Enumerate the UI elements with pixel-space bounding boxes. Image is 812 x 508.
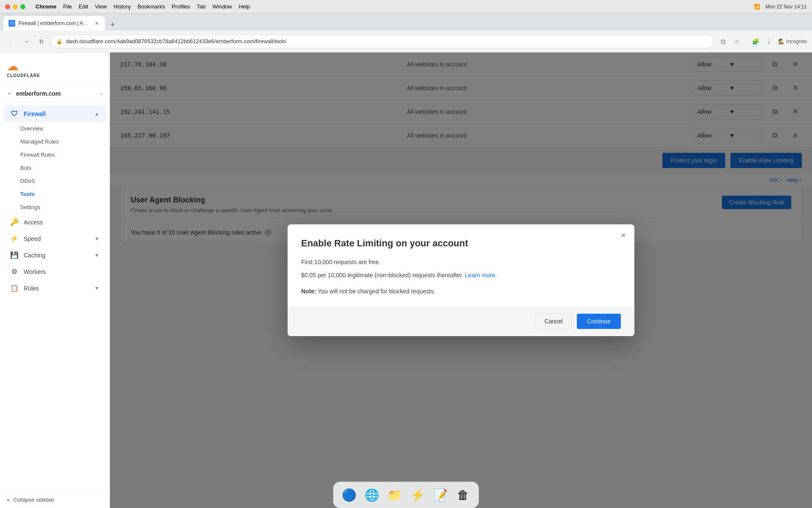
logo-icon: ☁ xyxy=(7,59,19,73)
lock-icon: 🔒 xyxy=(56,39,63,44)
modal-line2-text: $0.05 per 10,000 legitimate (non-blocked… xyxy=(301,272,464,279)
incognito-badge: 🕵️ Incognito xyxy=(778,39,807,44)
modal-footer: Cancel Continue xyxy=(288,306,634,336)
address-bar: ← → ↻ 🔒 dash.cloudflare.com/4ab9ad087653… xyxy=(0,30,812,52)
sidebar-item-workers[interactable]: ⚙ Workers xyxy=(3,263,106,280)
sidebar-item-overview[interactable]: Overview xyxy=(0,122,110,135)
menu-history[interactable]: History xyxy=(113,3,130,10)
firewall-rules-label: Firewall Rules xyxy=(20,152,55,158)
tab-close-button[interactable]: ✕ xyxy=(93,20,100,27)
back-arrow-icon: ← xyxy=(7,90,13,97)
dock-finder[interactable]: 🔵 xyxy=(339,485,359,505)
note-label: Note: xyxy=(301,288,316,295)
extensions-icon[interactable]: 🧩 xyxy=(749,36,761,47)
bookmark-icon[interactable]: ☆ xyxy=(731,36,743,47)
incognito-icon: 🕵️ xyxy=(778,39,785,44)
speed-expand-icon: ▼ xyxy=(94,236,99,242)
dock-trash[interactable]: 🗑 xyxy=(453,485,473,505)
browser-window: 🛡 Firewall | emberform.com | Acc... ✕ + … xyxy=(0,14,812,508)
dock-files[interactable]: 📁 xyxy=(384,485,405,505)
collapse-arrow-icon: « xyxy=(7,497,10,503)
sidebar-nav: 🛡 Firewall ▲ Overview Managed Rules Fire… xyxy=(0,102,110,300)
sidebar-item-firewall[interactable]: 🛡 Firewall ▲ xyxy=(3,106,106,122)
sidebar-item-tools[interactable]: Tools xyxy=(0,188,110,201)
sidebar-item-speed[interactable]: ⚡ Speed ▼ xyxy=(3,230,106,247)
modal-line2: $0.05 per 10,000 legitimate (non-blocked… xyxy=(301,271,621,280)
overview-label: Overview xyxy=(20,125,43,132)
modal-continue-button[interactable]: Continue xyxy=(577,314,621,329)
sidebar-item-rules[interactable]: 📋 Rules ▼ xyxy=(3,280,106,296)
dock-notes[interactable]: 📝 xyxy=(430,485,450,505)
menu-edit[interactable]: Edit xyxy=(79,3,88,10)
sidebar-site-selector[interactable]: ← emberform.com › xyxy=(0,85,110,102)
browser-actions: 🧩 ⋮ xyxy=(749,36,775,47)
sidebar-item-settings[interactable]: Settings xyxy=(0,201,110,214)
tab-favicon: 🛡 xyxy=(8,20,15,27)
modal-title: Enable Rate Limiting on your account xyxy=(301,238,621,249)
rules-icon: 📋 xyxy=(10,284,19,292)
incognito-label: Incognito xyxy=(786,39,807,44)
mac-dock: 🔵 🌐 📁 ⚡ 📝 🗑 xyxy=(333,482,479,508)
bots-label: Bots xyxy=(20,165,31,171)
content-area: 217.70.184.38 All websites in account Al… xyxy=(110,52,812,508)
site-name: emberform.com xyxy=(16,90,61,97)
main-area: ☁ CLOUDFLARE ← emberform.com › 🛡 Firewal… xyxy=(0,52,812,508)
modal-note: Note: You will not be charged for blocke… xyxy=(301,287,621,296)
url-bar[interactable]: 🔒 dash.cloudflare.com/4ab9ad0876532cb78a… xyxy=(51,35,714,48)
tab-bar: 🛡 Firewall | emberform.com | Acc... ✕ + xyxy=(0,14,812,30)
modal-overlay[interactable]: × Enable Rate Limiting on your account F… xyxy=(110,52,812,508)
workers-icon: ⚙ xyxy=(10,268,19,276)
speed-icon: ⚡ xyxy=(10,235,19,243)
sidebar-item-managed-rules[interactable]: Managed Rules xyxy=(0,135,110,148)
managed-rules-label: Managed Rules xyxy=(20,138,59,145)
forward-button[interactable]: → xyxy=(20,36,32,47)
enable-rate-limiting-modal: × Enable Rate Limiting on your account F… xyxy=(288,224,634,336)
workers-label: Workers xyxy=(24,268,99,275)
close-dot[interactable] xyxy=(5,4,10,9)
sidebar: ☁ CLOUDFLARE ← emberform.com › 🛡 Firewal… xyxy=(0,52,110,508)
maximize-dot[interactable] xyxy=(20,4,25,9)
learn-more-link[interactable]: Learn more xyxy=(465,272,496,279)
mac-window-controls[interactable] xyxy=(5,4,25,9)
mac-status-bar: 📶 Mon 22 Nov 14:11 xyxy=(754,4,807,10)
sidebar-item-bots[interactable]: Bots xyxy=(0,161,110,174)
wifi-icon: 📶 xyxy=(754,4,760,10)
new-tab-button[interactable]: + xyxy=(107,19,118,30)
firewall-label: Firewall xyxy=(24,110,89,117)
sidebar-item-firewall-rules[interactable]: Firewall Rules xyxy=(0,148,110,161)
collapse-sidebar-label: Collapse sidebar xyxy=(13,497,54,503)
active-tab[interactable]: 🛡 Firewall | emberform.com | Acc... ✕ xyxy=(3,16,105,30)
menu-profiles[interactable]: Profiles xyxy=(172,3,190,10)
speed-label: Speed xyxy=(24,235,89,242)
key-icon: 🔑 xyxy=(10,218,19,226)
sidebar-item-access[interactable]: 🔑 Access xyxy=(3,214,106,230)
sidebar-logo: ☁ CLOUDFLARE xyxy=(0,52,110,85)
menu-window[interactable]: Window xyxy=(212,3,232,10)
sidebar-item-caching[interactable]: 💾 Caching ▼ xyxy=(3,247,106,263)
menu-bookmarks[interactable]: Bookmarks xyxy=(137,3,165,10)
menu-tab[interactable]: Tab xyxy=(197,3,206,10)
reload-button[interactable]: ↻ xyxy=(36,36,47,47)
caching-label: Caching xyxy=(24,252,89,259)
menu-view[interactable]: View xyxy=(95,3,107,10)
note-text-content: You will not be charged for blocked requ… xyxy=(318,288,435,295)
settings-label: Settings xyxy=(20,204,40,210)
logo-text: CLOUDFLARE xyxy=(7,73,40,78)
app-name: Chrome xyxy=(36,3,56,10)
expand-icon: › xyxy=(101,90,103,97)
sidebar-item-ddos[interactable]: DDoS xyxy=(0,174,110,188)
collapse-sidebar-button[interactable]: « Collapse sidebar xyxy=(0,491,110,508)
address-actions: ⊡ ☆ xyxy=(717,36,743,47)
cast-icon[interactable]: ⊡ xyxy=(717,36,729,47)
url-text: dash.cloudflare.com/4ab9ad0876532cb78a84… xyxy=(66,38,286,44)
menu-help[interactable]: Help xyxy=(239,3,250,10)
modal-line1-text: First 10,000 requests are free. xyxy=(301,259,381,265)
dock-terminal[interactable]: ⚡ xyxy=(407,485,428,505)
modal-line1: First 10,000 requests are free. xyxy=(301,257,621,267)
dock-chrome[interactable]: 🌐 xyxy=(362,485,382,505)
modal-cancel-button[interactable]: Cancel xyxy=(535,313,572,329)
back-button[interactable]: ← xyxy=(5,36,17,47)
minimize-dot[interactable] xyxy=(13,4,18,9)
more-icon[interactable]: ⋮ xyxy=(763,36,775,47)
menu-file[interactable]: File xyxy=(63,3,72,10)
